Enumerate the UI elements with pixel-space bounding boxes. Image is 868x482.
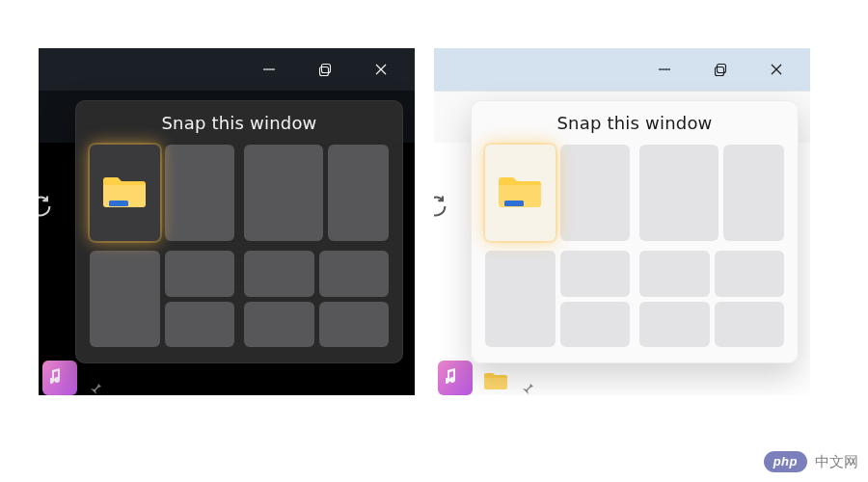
snap-zone[interactable] <box>328 145 389 241</box>
snap-zone[interactable] <box>560 302 631 348</box>
title-bar <box>434 48 810 91</box>
snap-layout-option-4[interactable] <box>639 251 784 347</box>
snap-zone-active[interactable] <box>90 145 160 241</box>
snap-layout-option-1[interactable] <box>485 145 630 241</box>
close-icon <box>374 63 388 76</box>
folder-icon <box>496 173 544 213</box>
minimize-icon <box>658 63 671 76</box>
explorer-taskbar-icon[interactable] <box>482 370 509 391</box>
comparison-stage: Snap this window <box>39 48 829 415</box>
maximize-button[interactable] <box>297 48 353 91</box>
snap-layouts-flyout: Snap this window <box>75 100 403 363</box>
snap-layout-option-1[interactable] <box>90 145 234 241</box>
close-button[interactable] <box>353 48 409 91</box>
svg-rect-2 <box>319 67 328 75</box>
close-button[interactable] <box>748 48 804 91</box>
minimize-button[interactable] <box>637 48 692 91</box>
svg-rect-8 <box>715 67 723 75</box>
snap-zone[interactable] <box>639 302 710 348</box>
watermark-badge: php <box>764 451 807 472</box>
snap-zone[interactable] <box>319 302 390 348</box>
snap-zone[interactable] <box>715 302 785 348</box>
snap-layout-option-4[interactable] <box>244 251 389 347</box>
snap-layout-grid <box>485 145 784 347</box>
pin-icon <box>87 380 102 395</box>
snap-zone[interactable] <box>244 302 314 348</box>
snap-layout-option-2[interactable] <box>639 145 784 241</box>
svg-rect-1 <box>321 64 330 72</box>
pin-icon <box>519 380 534 395</box>
maximize-restore-icon <box>318 63 333 77</box>
refresh-icon <box>434 193 449 220</box>
snap-zone[interactable] <box>244 251 314 297</box>
snap-zone[interactable] <box>485 251 556 347</box>
folder-icon <box>100 173 149 213</box>
snap-flyout-title: Snap this window <box>90 113 389 133</box>
music-app-icon[interactable] <box>438 361 473 395</box>
refresh-button[interactable] <box>39 193 56 222</box>
snap-zone[interactable] <box>165 251 235 297</box>
snap-zone[interactable] <box>244 145 323 241</box>
minimize-button[interactable] <box>241 48 297 91</box>
snap-layout-option-3[interactable] <box>485 251 630 347</box>
snap-layout-option-2[interactable] <box>244 145 389 241</box>
snap-zone-active[interactable] <box>485 145 556 241</box>
snap-zone[interactable] <box>90 251 160 347</box>
snap-zone[interactable] <box>639 251 710 297</box>
snap-zone[interactable] <box>723 145 784 241</box>
snap-zone[interactable] <box>715 251 785 297</box>
snap-flyout-title: Snap this window <box>485 113 784 133</box>
light-variant: Snap this window <box>434 48 810 395</box>
refresh-button[interactable] <box>434 193 451 222</box>
watermark: php 中文网 <box>764 451 858 472</box>
snap-zone[interactable] <box>639 145 719 241</box>
music-app-icon[interactable] <box>42 361 77 395</box>
minimize-icon <box>262 63 276 76</box>
snap-layouts-flyout: Snap this window <box>471 100 799 363</box>
snap-layout-grid <box>90 145 389 347</box>
maximize-restore-icon <box>714 63 728 77</box>
svg-rect-11 <box>504 201 524 206</box>
snap-zone[interactable] <box>560 251 631 297</box>
maximize-button[interactable] <box>692 48 748 91</box>
snap-zone[interactable] <box>165 145 235 241</box>
title-bar <box>39 48 415 91</box>
snap-zone[interactable] <box>165 302 235 348</box>
snap-zone[interactable] <box>560 145 631 241</box>
snap-zone[interactable] <box>319 251 390 297</box>
close-icon <box>770 63 783 76</box>
svg-rect-5 <box>109 201 128 206</box>
dark-variant: Snap this window <box>39 48 415 395</box>
svg-rect-7 <box>717 64 725 72</box>
snap-layout-option-3[interactable] <box>90 251 234 347</box>
watermark-text: 中文网 <box>815 453 858 471</box>
refresh-icon <box>39 193 54 220</box>
